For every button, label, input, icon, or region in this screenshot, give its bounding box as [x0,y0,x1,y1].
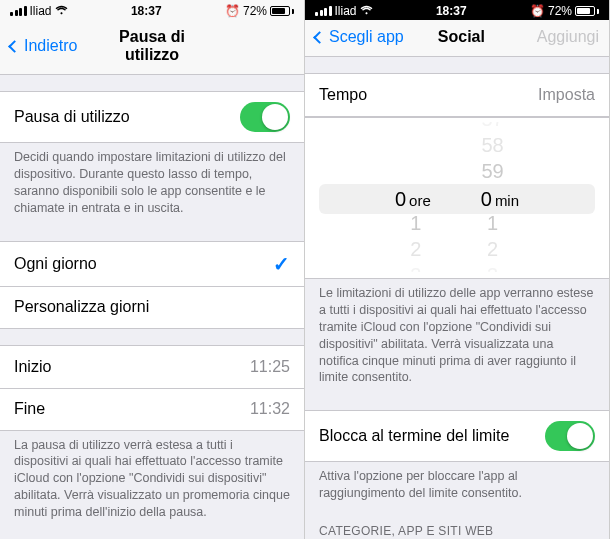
signal-icon [315,6,332,16]
battery-percent: 72% [548,4,572,18]
start-value: 11:25 [250,358,290,376]
end-value: 11:32 [250,400,290,418]
custom-days-label: Personalizza giorni [14,298,149,316]
downtime-description: Decidi quando impostare limitazioni di u… [0,143,304,225]
wifi-icon [360,4,373,18]
time-footer: La pausa di utilizzo verrà estesa a tutt… [0,431,304,529]
signal-icon [10,6,27,16]
battery-icon [270,6,294,16]
chevron-left-icon [313,31,326,44]
block-at-limit-row[interactable]: Blocca al termine del limite [305,411,609,461]
back-label: Indietro [24,37,77,55]
carrier-label: Iliad [30,4,52,18]
status-bar: Iliad 18:37 ⏰ 72% [305,0,609,20]
alarm-icon: ⏰ [225,4,240,18]
block-limit-footer: Attiva l'opzione per bloccare l'app al r… [305,462,609,510]
start-time-row[interactable]: Inizio 11:25 [0,346,304,388]
add-button[interactable]: Aggiungi [537,28,599,46]
downtime-toggle-row[interactable]: Pausa di utilizzo [0,92,304,142]
end-time-row[interactable]: Fine 11:32 [0,388,304,430]
nav-bar: Indietro Pausa di utilizzo [0,20,304,75]
block-limit-label: Blocca al termine del limite [319,427,509,445]
back-button[interactable]: Indietro [10,37,90,55]
every-day-label: Ogni giorno [14,255,97,273]
alarm-icon: ⏰ [530,4,545,18]
battery-icon [575,6,599,16]
limits-footer: Le limitazioni di utilizzo delle app ver… [305,279,609,394]
time-picker[interactable]: 1 2 3 57 58 59 1 2 3 0ore 0min [305,117,609,279]
time-value: Imposta [538,86,595,104]
hours-selected: 0 [395,188,406,210]
page-title: Pausa di utilizzo [90,28,214,64]
minutes-unit: min [495,192,519,209]
back-button[interactable]: Scegli app [315,28,404,46]
hours-unit: ore [409,192,431,209]
carrier-label: Iliad [335,4,357,18]
back-label: Scegli app [329,28,404,46]
downtime-label: Pausa di utilizzo [14,108,130,126]
block-limit-toggle[interactable] [545,421,595,451]
every-day-row[interactable]: Ogni giorno ✓ [0,242,304,286]
page-title: Social [404,28,519,46]
nav-bar: Scegli app Social Aggiungi [305,20,609,57]
checkmark-icon: ✓ [273,252,290,276]
categories-header: CATEGORIE, APP E SITI WEB [305,510,609,539]
start-label: Inizio [14,358,51,376]
status-time: 18:37 [131,4,162,18]
battery-percent: 72% [243,4,267,18]
minutes-selected: 0 [481,188,492,210]
time-label: Tempo [319,86,367,104]
picker-selection: 0ore 0min [319,184,595,214]
time-row[interactable]: Tempo Imposta [305,74,609,116]
custom-days-row[interactable]: Personalizza giorni [0,286,304,328]
wifi-icon [55,4,68,18]
downtime-toggle[interactable] [240,102,290,132]
end-label: Fine [14,400,45,418]
chevron-left-icon [8,40,21,53]
status-bar: Iliad 18:37 ⏰ 72% [0,0,304,20]
status-time: 18:37 [436,4,467,18]
